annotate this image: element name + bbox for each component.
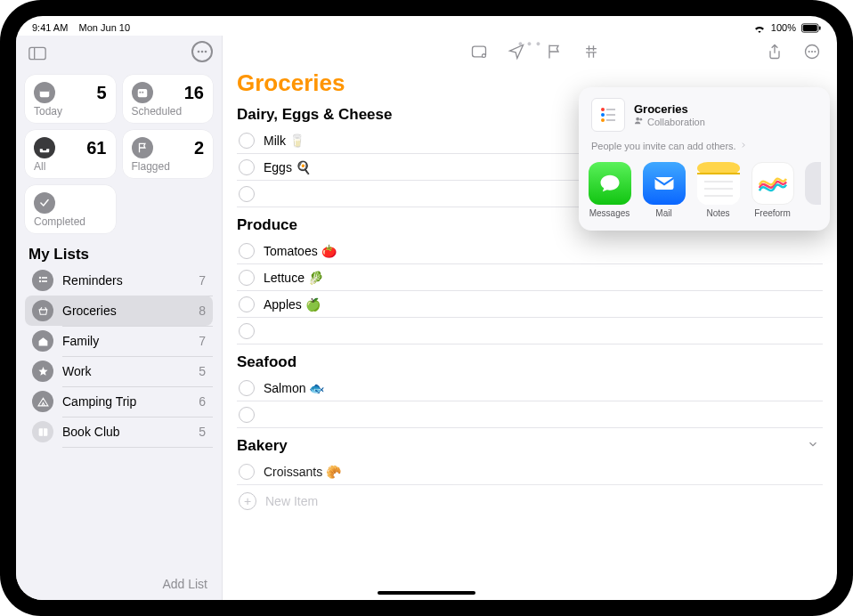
template-button[interactable]	[467, 41, 491, 62]
svg-point-29	[636, 118, 639, 121]
reminder-row-empty[interactable]	[237, 318, 823, 344]
reminder-label: Salmon 🐟	[264, 381, 324, 395]
complete-toggle[interactable]	[239, 296, 255, 312]
list-count: 8	[199, 304, 206, 318]
share-app-freeform[interactable]: Freeform	[751, 162, 794, 218]
reminder-label: Milk 🥛	[264, 134, 305, 148]
people-icon	[634, 116, 644, 127]
svg-point-22	[814, 51, 816, 53]
reminder-label: Tomatoes 🍅	[264, 244, 337, 258]
svg-rect-16	[42, 280, 47, 282]
svg-point-5	[198, 51, 200, 53]
list-label: Work	[62, 364, 199, 378]
reminder-row[interactable]: Croissants 🥐	[237, 458, 823, 485]
svg-point-6	[201, 51, 204, 53]
plus-circle-icon: +	[239, 492, 256, 510]
list-count: 7	[199, 334, 206, 348]
share-app-mail[interactable]: Mail	[642, 162, 686, 218]
share-app-label: Freeform	[754, 208, 791, 218]
complete-toggle[interactable]	[239, 186, 255, 202]
multitask-grip-icon[interactable]: ● ● ●	[518, 39, 541, 48]
calendar-icon	[132, 82, 153, 103]
list-row-family[interactable]: Family 7	[25, 326, 213, 356]
card-flagged-label: Flagged	[132, 160, 205, 173]
card-today-label: Today	[34, 105, 107, 118]
list-row-camping-trip[interactable]: Camping Trip 6	[25, 386, 213, 417]
more-button[interactable]	[800, 41, 825, 62]
card-scheduled[interactable]: 16 Scheduled	[123, 75, 214, 123]
complete-toggle[interactable]	[239, 323, 255, 339]
sidebar-more-button[interactable]	[191, 41, 213, 62]
card-scheduled-count: 16	[184, 83, 204, 103]
complete-toggle[interactable]	[239, 464, 255, 480]
svg-point-27	[601, 118, 605, 122]
svg-rect-26	[606, 114, 615, 116]
complete-toggle[interactable]	[239, 243, 255, 259]
status-left: 9:41 AM Mon Jun 10	[32, 22, 130, 33]
share-subtitle[interactable]: Collaboration	[634, 116, 705, 127]
svg-point-20	[808, 51, 810, 53]
status-time: 9:41 AM	[32, 22, 68, 33]
list-row-book-club[interactable]: Book Club 5	[25, 417, 213, 447]
reminder-label: Croissants 🥐	[264, 465, 341, 479]
share-app-messages[interactable]: Messages	[588, 162, 631, 218]
svg-rect-33	[697, 162, 740, 174]
flag-button[interactable]	[541, 41, 566, 62]
list-row-groceries[interactable]: Groceries 8	[25, 296, 213, 326]
complete-toggle[interactable]	[239, 270, 255, 286]
svg-rect-34	[697, 173, 740, 174]
basket-icon	[32, 300, 53, 321]
reminder-row[interactable]: Salmon 🐟	[237, 375, 823, 401]
wifi-icon	[753, 22, 766, 33]
home-indicator[interactable]	[378, 591, 475, 595]
sidebar: 5 Today 16 Scheduled	[16, 36, 223, 600]
tag-button[interactable]	[579, 41, 604, 62]
list-row-reminders[interactable]: Reminders 7	[25, 265, 213, 296]
complete-toggle[interactable]	[239, 159, 255, 175]
svg-point-7	[205, 51, 207, 53]
share-app-label: Messages	[589, 208, 630, 218]
card-today[interactable]: 5 Today	[25, 75, 116, 123]
list-label: Camping Trip	[62, 394, 199, 409]
status-right: 100%	[753, 22, 821, 34]
svg-rect-12	[142, 92, 143, 93]
new-item-button[interactable]: + New Item	[237, 487, 823, 515]
share-app-overflow[interactable]	[805, 162, 821, 218]
battery-pct: 100%	[771, 22, 796, 33]
list-label: Reminders	[62, 273, 199, 288]
card-today-count: 5	[96, 83, 106, 103]
list-count: 6	[199, 394, 206, 409]
smart-list-cards: 5 Today 16 Scheduled	[16, 66, 222, 242]
card-completed-label: Completed	[34, 215, 107, 228]
reminder-row[interactable]: Lettuce 🥬	[237, 264, 823, 291]
card-completed[interactable]: Completed	[25, 185, 116, 233]
svg-point-13	[39, 277, 41, 279]
card-flagged[interactable]: 2 Flagged	[123, 130, 214, 178]
complete-toggle[interactable]	[239, 407, 255, 423]
card-all[interactable]: 61 All	[25, 130, 116, 178]
card-all-label: All	[34, 160, 107, 173]
svg-rect-14	[42, 277, 47, 279]
svg-rect-3	[29, 47, 45, 59]
svg-rect-2	[819, 27, 821, 30]
mylists: Reminders 7 Groceries 8 Family 7	[16, 265, 222, 570]
screen: 9:41 AM Mon Jun 10 100%	[16, 16, 837, 600]
section-title: Seafood	[237, 353, 823, 371]
section-title-collapsible[interactable]: Bakery	[237, 437, 823, 455]
complete-toggle[interactable]	[239, 380, 255, 396]
list-row-work[interactable]: Work 5	[25, 356, 213, 386]
share-app-notes[interactable]: Notes	[696, 162, 740, 218]
sidebar-toggle-button[interactable]	[25, 41, 50, 66]
reminder-label: Lettuce 🥬	[264, 271, 323, 285]
reminder-row[interactable]: Apples 🍏	[237, 291, 823, 318]
reminder-row[interactable]: Tomatoes 🍅	[237, 238, 823, 264]
add-list-button[interactable]: Add List	[16, 570, 222, 600]
share-options-button[interactable]: People you invite can add others.	[586, 137, 823, 160]
checkmark-icon	[34, 192, 55, 214]
reminder-row-empty[interactable]	[237, 401, 823, 428]
complete-toggle[interactable]	[239, 133, 255, 149]
share-button[interactable]	[762, 41, 787, 62]
ipad-device-frame: 9:41 AM Mon Jun 10 100%	[0, 0, 853, 616]
house-icon	[32, 330, 53, 352]
share-title: Groceries	[634, 102, 705, 116]
